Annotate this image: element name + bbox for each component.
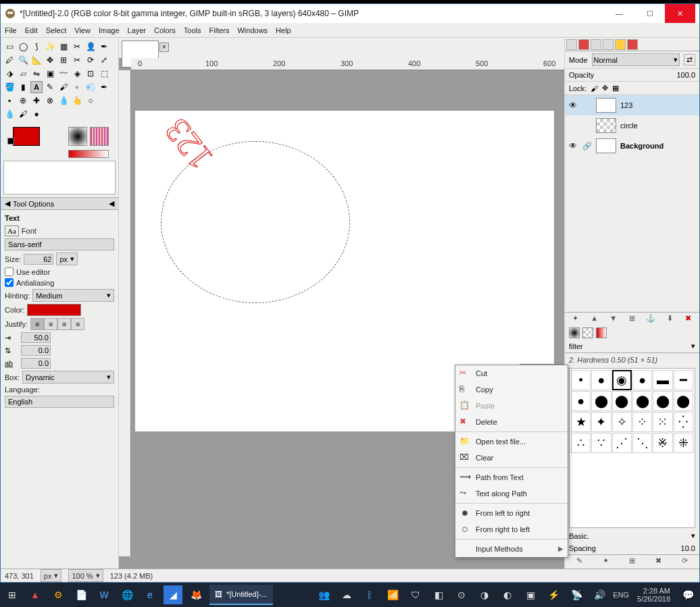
brush-item[interactable]: ⁛: [674, 412, 693, 432]
new-layer-button[interactable]: ✦: [570, 314, 582, 325]
tool-rotate[interactable]: ⟳: [84, 54, 97, 66]
brush-item[interactable]: •: [571, 370, 591, 390]
brush-item[interactable]: ⁙: [653, 412, 672, 432]
start-button[interactable]: ⊞: [3, 585, 22, 604]
active-gradient[interactable]: [68, 150, 109, 158]
tool-flip[interactable]: ⇋: [30, 68, 43, 80]
horizontal-ruler[interactable]: 0 100 200 300 400 500 600: [131, 58, 564, 70]
tool-fuzzy-select[interactable]: ✨: [44, 41, 56, 53]
brush-item[interactable]: ⬤: [612, 391, 632, 411]
tray-icon[interactable]: ◐: [498, 585, 517, 604]
tab-layers[interactable]: [566, 39, 577, 50]
menu-tools[interactable]: Tools: [184, 26, 201, 34]
tray-clock[interactable]: 2:28 AM 5/26/2018: [633, 587, 674, 603]
justify-left-button[interactable]: ≡: [30, 318, 44, 330]
status-unit-dropdown[interactable]: px ▾: [41, 569, 62, 582]
tray-network-icon[interactable]: 📶: [383, 585, 402, 604]
indent-input[interactable]: [21, 332, 51, 343]
lock-alpha-icon[interactable]: ▦: [612, 84, 619, 93]
menu-filters[interactable]: Filters: [209, 26, 230, 34]
use-editor-checkbox[interactable]: [5, 267, 14, 276]
brush-item[interactable]: ⬤: [591, 391, 611, 411]
tool-paths[interactable]: ✒: [98, 41, 110, 53]
menu-paste[interactable]: 📋Paste: [455, 398, 568, 414]
justify-fill-button[interactable]: ≡: [71, 318, 84, 330]
lock-pixels-icon[interactable]: 🖌: [591, 84, 598, 93]
font-icon[interactable]: Aa: [5, 226, 19, 236]
size-unit-dropdown[interactable]: px ▾: [56, 253, 78, 265]
tool-rect-select[interactable]: ▭: [3, 41, 16, 53]
tool-move[interactable]: ✥: [44, 54, 56, 66]
tray-icon[interactable]: ⊙: [452, 585, 471, 604]
tray-shield-icon[interactable]: 🛡: [406, 585, 425, 604]
menu-view[interactable]: View: [74, 26, 91, 34]
brush-item[interactable]: ⬤: [632, 391, 652, 411]
tool-text[interactable]: A: [30, 81, 43, 93]
tool-gradient[interactable]: ▮: [17, 81, 29, 93]
tray-people-icon[interactable]: 👥: [314, 585, 333, 604]
tray-icon[interactable]: ◧: [429, 585, 448, 604]
taskbar-app-icon[interactable]: ⚙: [49, 585, 68, 604]
brush-item[interactable]: ⋱: [632, 433, 652, 453]
brush-item[interactable]: ●: [571, 391, 591, 411]
layer-row[interactable]: circle: [565, 115, 699, 136]
menu-windows[interactable]: Windows: [237, 26, 268, 34]
new-brush-button[interactable]: ✦: [600, 556, 612, 567]
tab-extra2[interactable]: [627, 39, 638, 50]
brush-item[interactable]: ⋰: [612, 433, 632, 453]
brush-filter-dropdown[interactable]: ▾: [691, 342, 695, 350]
brush-item[interactable]: ⁜: [674, 433, 693, 453]
tool-extra2[interactable]: 🖌: [17, 108, 29, 120]
close-button[interactable]: ✕: [665, 4, 695, 23]
tab-channels[interactable]: [578, 39, 589, 50]
menu-edit[interactable]: Edit: [25, 26, 38, 34]
tray-wifi-icon[interactable]: 📡: [567, 585, 586, 604]
tab-paths[interactable]: [591, 39, 601, 50]
taskbar-app-icon[interactable]: ◢: [164, 585, 182, 604]
tool-blur[interactable]: 💧: [57, 95, 70, 107]
tool-ink[interactable]: ✒: [98, 81, 110, 93]
brush-preset-dropdown[interactable]: ▾: [691, 531, 695, 540]
spacing-value[interactable]: 10.0: [681, 544, 695, 552]
tool-handle[interactable]: ⊡: [84, 68, 97, 80]
tool-foreground[interactable]: 👤: [84, 41, 97, 53]
taskbar-gimp-icon[interactable]: 🦊: [186, 585, 205, 604]
tool-smudge[interactable]: 👆: [71, 95, 83, 107]
tool-paintbrush[interactable]: 🖌: [57, 81, 70, 93]
taskbar-app-icon[interactable]: ▲: [26, 585, 45, 604]
visibility-icon[interactable]: 👁: [569, 141, 578, 151]
menu-select[interactable]: Select: [46, 26, 67, 34]
line-spacing-input[interactable]: [21, 345, 51, 356]
taskbar-app-icon[interactable]: 📄: [72, 585, 91, 604]
layer-name[interactable]: circle: [620, 122, 638, 130]
brush-item[interactable]: ✦: [591, 412, 611, 432]
justify-center-button[interactable]: ≡: [57, 318, 71, 330]
text-color-swatch[interactable]: [27, 304, 81, 316]
tab-close-button[interactable]: ×: [159, 43, 169, 52]
menu-path-from-text[interactable]: ⟿Path from Text: [455, 469, 568, 485]
brush-item[interactable]: ━: [674, 370, 693, 390]
menu-cut[interactable]: ✂Cut: [455, 365, 568, 381]
brush-item[interactable]: ★: [571, 412, 591, 432]
maximize-button[interactable]: ☐: [634, 4, 665, 23]
refresh-brush-button[interactable]: ⟳: [679, 556, 691, 567]
gradient-swatch[interactable]: [596, 327, 607, 338]
tray-language[interactable]: ENG: [613, 591, 629, 599]
lock-position-icon[interactable]: ✥: [602, 84, 608, 93]
tab-extra1[interactable]: [615, 39, 626, 50]
menu-open-text[interactable]: 📁Open text file...: [455, 433, 568, 450]
tool-align[interactable]: ⊞: [57, 54, 70, 66]
menu-help[interactable]: Help: [276, 26, 291, 34]
layer-row[interactable]: 👁 123: [565, 95, 699, 115]
mode-switch-button[interactable]: ⇄: [684, 54, 695, 65]
tray-icon[interactable]: ⚡: [544, 585, 563, 604]
tool-scale[interactable]: ⤢: [98, 54, 110, 66]
menu-text-along-path[interactable]: ⤳Text along Path: [455, 485, 568, 502]
layer-row[interactable]: 👁🔗 Background: [565, 136, 699, 156]
brush-item[interactable]: ⬤: [653, 391, 672, 411]
menu-rtl[interactable]: From right to left: [455, 521, 568, 537]
size-input[interactable]: [24, 254, 53, 265]
active-brush[interactable]: [68, 127, 87, 146]
brush-item[interactable]: ∵: [591, 433, 611, 453]
anchor-layer-button[interactable]: ⚓: [645, 314, 657, 325]
